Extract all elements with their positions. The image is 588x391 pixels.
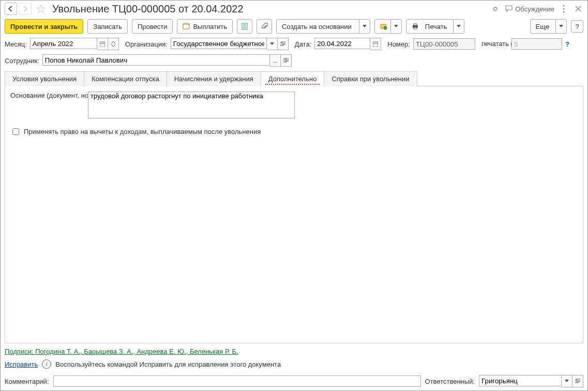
number-input[interactable]: [413, 38, 475, 50]
employee-label: Сотрудник:: [5, 57, 39, 65]
deduction-label: Применять право на вычеты к доходам, вып…: [24, 128, 261, 136]
form-row-2: Сотрудник: ...: [1, 52, 587, 69]
folder-gear-icon: [380, 23, 387, 30]
fix-link[interactable]: Исправить: [5, 360, 38, 368]
spinner-icon[interactable]: [108, 38, 119, 50]
bottom-row: Комментарий: Ответственный:: [1, 372, 587, 390]
tab-content: Основание (документ, номер, дата): Приме…: [5, 86, 583, 343]
svg-rect-3: [183, 24, 189, 29]
month-input[interactable]: [30, 38, 97, 49]
discussion-label: Обсуждение: [515, 5, 554, 13]
chat-icon: [505, 5, 513, 13]
post-button[interactable]: Провести: [132, 19, 173, 34]
fix-row: Исправить i Воспользуйтесь командой Испр…: [1, 356, 587, 372]
document-icon: [241, 23, 248, 30]
chevron-down-icon: [390, 20, 401, 33]
comment-label: Комментарий:: [5, 378, 49, 385]
tab-conditions[interactable]: Условия увольнения: [5, 71, 84, 86]
discussion-button[interactable]: Обсуждение: [505, 5, 554, 13]
form-row-1: Месяц: Организация: Дата: Номер:: [1, 36, 587, 52]
svg-rect-11: [414, 24, 417, 25]
chevron-down-icon: [555, 20, 566, 33]
deduction-checkbox[interactable]: [12, 128, 19, 135]
printer-icon: [412, 23, 419, 30]
svg-point-9: [384, 26, 387, 29]
deduction-checkbox-row[interactable]: Применять право на вычеты к доходам, вып…: [10, 127, 578, 137]
actions-dropdown-button[interactable]: [374, 19, 402, 34]
tab-accruals[interactable]: Начисления и удержания: [167, 71, 261, 86]
svg-rect-12: [414, 27, 417, 29]
employee-input[interactable]: [42, 54, 270, 66]
calendar-icon[interactable]: [370, 38, 381, 50]
open-icon[interactable]: [572, 375, 583, 387]
signatures-link[interactable]: Подписи: Погодина Т. А., Барышева З. А.,…: [5, 348, 238, 355]
report-button[interactable]: [237, 19, 252, 34]
post-and-close-button[interactable]: Провести и закрыть: [5, 19, 83, 34]
svg-rect-17: [373, 42, 378, 47]
org-label: Организация:: [125, 40, 168, 48]
date-input[interactable]: [314, 38, 370, 49]
titlebar: Увольнение ТЦ00-000005 от 20.04.2022 Обс…: [1, 1, 587, 17]
more-button[interactable]: Еще: [530, 19, 567, 34]
dropdown-icon[interactable]: [267, 38, 278, 50]
print-button[interactable]: Печать: [406, 19, 465, 34]
svg-point-0: [563, 5, 565, 7]
attachment-button[interactable]: [257, 19, 272, 34]
print-as-label: печатать как:: [481, 40, 508, 48]
chevron-down-icon: [453, 20, 464, 33]
tab-additional[interactable]: Дополнительно: [261, 71, 325, 86]
write-button[interactable]: Записать: [87, 19, 128, 34]
help-button[interactable]: ?: [571, 20, 583, 33]
pay-button[interactable]: Выплатить: [177, 19, 233, 34]
responsible-label: Ответственный:: [425, 378, 475, 385]
basis-label: Основание (документ, номер, дата):: [10, 92, 83, 99]
close-icon[interactable]: [573, 4, 583, 14]
print-as-input[interactable]: [511, 38, 562, 50]
fix-text: Воспользуйтесь командой Исправить для ис…: [55, 360, 281, 368]
svg-rect-13: [100, 42, 105, 47]
tab-certificates[interactable]: Справки при увольнении: [324, 71, 417, 86]
svg-point-1: [563, 8, 565, 10]
svg-point-2: [563, 11, 565, 13]
signatures-row: Подписи: Погодина Т. А., Барышева З. А.,…: [1, 347, 587, 356]
nav-forward-button[interactable]: [19, 3, 32, 15]
comment-input[interactable]: [53, 375, 421, 387]
basis-textarea[interactable]: [88, 92, 295, 118]
date-label: Дата:: [295, 40, 311, 48]
create-based-button[interactable]: Создать на основании: [276, 19, 370, 34]
open-icon[interactable]: [278, 38, 289, 50]
calendar-icon[interactable]: [97, 38, 108, 50]
select-icon[interactable]: ...: [270, 54, 281, 67]
pay-icon: [183, 23, 190, 30]
dropdown-icon[interactable]: [562, 375, 572, 387]
toolbar: Провести и закрыть Записать Провести Вып…: [1, 17, 587, 36]
tabs: Условия увольнения Компенсации отпуска Н…: [5, 71, 583, 86]
favorite-star-icon[interactable]: [36, 4, 46, 14]
print-as-help-icon[interactable]: ?: [565, 40, 569, 48]
info-icon: i: [42, 359, 51, 369]
tab-vacation-comp[interactable]: Компенсации отпуска: [84, 71, 167, 86]
page-title: Увольнение ТЦ00-000005 от 20.04.2022: [52, 3, 488, 15]
org-input[interactable]: [171, 38, 267, 49]
nav-back-button[interactable]: [5, 3, 17, 15]
kebab-menu-icon[interactable]: [559, 4, 569, 14]
chevron-down-icon: [359, 20, 370, 33]
number-label: Номер:: [387, 40, 410, 48]
link-icon[interactable]: [490, 4, 501, 14]
month-label: Месяц:: [5, 40, 27, 48]
responsible-input[interactable]: [479, 375, 562, 386]
paperclip-icon: [261, 23, 268, 30]
open-icon[interactable]: [281, 54, 292, 67]
